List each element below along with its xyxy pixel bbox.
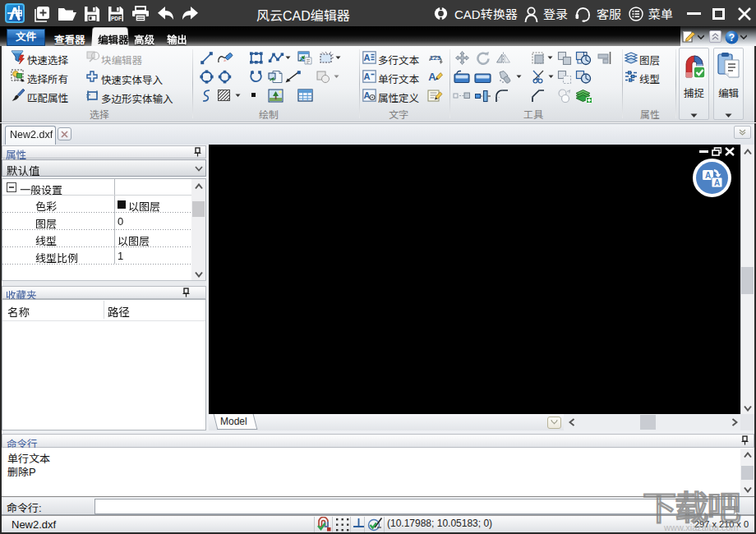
- svg-text:A: A: [364, 53, 371, 62]
- svg-text:PDF: PDF: [111, 16, 122, 21]
- svg-text:A: A: [364, 71, 371, 81]
- svg-text:A: A: [364, 90, 371, 100]
- svg-text:A: A: [428, 71, 436, 83]
- svg-text:A: A: [705, 171, 711, 180]
- svg-text:123: 123: [430, 54, 441, 62]
- svg-text:?: ?: [729, 32, 735, 44]
- svg-text:A: A: [714, 178, 720, 187]
